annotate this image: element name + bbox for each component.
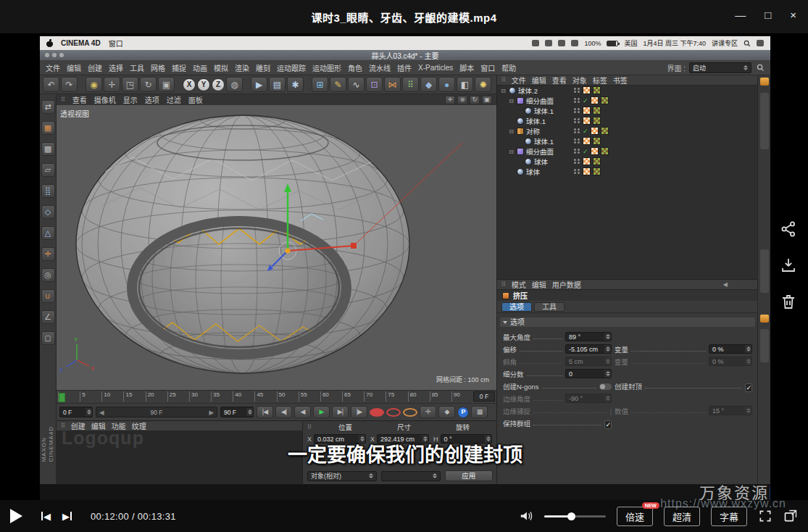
- dock-icon-top[interactable]: [760, 78, 769, 86]
- play-button[interactable]: ▶: [313, 406, 330, 418]
- phong-tag-icon[interactable]: [593, 137, 601, 145]
- menu-item[interactable]: 文件: [46, 62, 60, 73]
- current-frame-box[interactable]: 0 F: [473, 391, 495, 402]
- phong-tag-icon[interactable]: [601, 147, 609, 155]
- texture-tag-icon[interactable]: [591, 96, 599, 104]
- maximize-icon[interactable]: □: [765, 8, 771, 22]
- menu-item[interactable]: 文件: [512, 75, 526, 86]
- pen-tool-icon[interactable]: ✎: [330, 77, 346, 92]
- menu-item[interactable]: 选择: [109, 62, 123, 73]
- menu-item[interactable]: 对象: [572, 75, 587, 86]
- model-mode-icon[interactable]: ▦: [41, 121, 55, 135]
- goto-end-button[interactable]: |▶: [351, 406, 367, 418]
- enabled-check-icon[interactable]: ✓: [583, 128, 588, 135]
- phong-tag-icon[interactable]: [593, 157, 601, 165]
- visibility-dots[interactable]: [574, 128, 580, 133]
- display-icon[interactable]: [532, 40, 539, 46]
- timeline-tick[interactable]: 40: [233, 391, 254, 402]
- trash-icon[interactable]: [780, 293, 797, 310]
- slider-right-arrow-icon[interactable]: ▶: [209, 409, 214, 416]
- checkbox[interactable]: ✓: [745, 383, 752, 392]
- x-axis-tip[interactable]: [351, 243, 357, 249]
- timeline-tick[interactable]: 15: [123, 391, 145, 402]
- options-section-header[interactable]: 选项: [500, 317, 755, 327]
- object-row[interactable]: 球体.1: [497, 106, 758, 116]
- object-name[interactable]: 细分曲面: [526, 146, 554, 157]
- timeline-tick[interactable]: 55: [299, 391, 320, 402]
- timeline-tick[interactable]: 80: [408, 391, 430, 402]
- expander-icon[interactable]: ⊟: [500, 88, 507, 94]
- visibility-dots[interactable]: [574, 149, 580, 154]
- menu-item[interactable]: 流水线: [369, 62, 391, 73]
- input-language[interactable]: 美国: [624, 38, 637, 48]
- volume-knob[interactable]: [567, 512, 575, 520]
- object-name[interactable]: 细分曲面: [526, 96, 554, 106]
- screen-record-icon[interactable]: [545, 40, 552, 46]
- minimize-window-icon[interactable]: [52, 53, 57, 57]
- value-field[interactable]: 0 %: [709, 344, 752, 354]
- timeline-tick[interactable]: 85: [430, 391, 451, 402]
- timeline-tick[interactable]: 70: [364, 391, 386, 402]
- keyframe-selection-button[interactable]: ✛: [420, 406, 436, 418]
- lock-icon[interactable]: [746, 281, 754, 288]
- object-name[interactable]: 对称: [526, 126, 540, 136]
- value-field[interactable]: 0: [565, 369, 612, 378]
- speed-button[interactable]: 倍速 NEW: [617, 507, 653, 526]
- workplane-icon[interactable]: ▱: [41, 163, 55, 177]
- viewport[interactable]: ⠿ 查看 摄像机 显示 选项 过滤 面板 ✛⊕↻▣ 透视视图 网格间距 : 10…: [57, 94, 496, 390]
- motion-clip-button[interactable]: ▦: [471, 406, 488, 418]
- timeline-tick[interactable]: 75: [386, 391, 407, 402]
- macos-app-menu[interactable]: CINEMA 4D: [61, 39, 101, 47]
- value-field[interactable]: -5.105 cm: [565, 344, 612, 354]
- cloner-icon[interactable]: ⠿: [402, 77, 419, 92]
- zoom-window-icon[interactable]: [59, 53, 64, 57]
- frame-range-slider[interactable]: ◀ 90 F ▶: [96, 407, 217, 417]
- dock-tab[interactable]: [760, 93, 769, 149]
- visibility-dots[interactable]: [574, 98, 580, 103]
- wifi-icon[interactable]: [571, 40, 578, 46]
- value-field[interactable]: 0 %: [709, 357, 752, 366]
- checkbox[interactable]: [610, 408, 612, 417]
- search-icon[interactable]: [757, 64, 765, 72]
- texture-tag-icon[interactable]: [583, 117, 591, 125]
- spinner-icon[interactable]: [86, 408, 92, 416]
- rotate-view-icon[interactable]: ↻: [470, 96, 480, 104]
- points-mode-icon[interactable]: ⣿: [41, 184, 55, 198]
- control-center-icon[interactable]: [757, 40, 764, 46]
- texture-tag-icon[interactable]: [583, 86, 591, 94]
- y-axis-lock-icon[interactable]: Y: [197, 78, 210, 91]
- enabled-check-icon[interactable]: ✓: [583, 148, 588, 155]
- menu-item[interactable]: 创建: [88, 62, 102, 73]
- texture-tag-icon[interactable]: [583, 107, 591, 115]
- menu-item[interactable]: 脚本: [459, 62, 474, 73]
- snapping-icon[interactable]: ∪: [41, 289, 55, 303]
- coordinate-system-icon[interactable]: ◍: [226, 77, 243, 92]
- volume-slider[interactable]: [544, 515, 606, 518]
- secondary-dropdown[interactable]: [381, 471, 441, 481]
- bluetooth-icon[interactable]: [558, 40, 565, 46]
- light-icon[interactable]: ✺: [475, 77, 491, 92]
- edges-mode-icon[interactable]: ◇: [41, 205, 55, 219]
- texture-tag-icon[interactable]: [583, 167, 591, 175]
- visibility-dots[interactable]: [574, 118, 580, 123]
- next-frame-button[interactable]: ▶|: [332, 406, 349, 418]
- move-icon[interactable]: ✛: [104, 77, 120, 92]
- gizmo-origin[interactable]: [286, 249, 291, 254]
- phong-tag-icon[interactable]: [593, 117, 601, 125]
- toggle[interactable]: [599, 383, 612, 390]
- menu-item[interactable]: 工具: [130, 62, 144, 73]
- texture-tag-icon[interactable]: [583, 157, 591, 165]
- toggle-view-icon[interactable]: ▣: [482, 96, 492, 104]
- menu-item[interactable]: 运动跟踪: [277, 62, 306, 73]
- menu-item[interactable]: 用户数据: [552, 279, 581, 290]
- tab-tool[interactable]: 工具: [534, 302, 565, 312]
- render-view-icon[interactable]: ▶: [251, 77, 267, 92]
- object-row[interactable]: ⊟细分曲面✓: [497, 96, 758, 106]
- expander-icon[interactable]: ⊟: [508, 98, 515, 104]
- menu-item[interactable]: 运动图形: [312, 62, 341, 73]
- render-picture-viewer-icon[interactable]: ▤: [269, 77, 286, 92]
- grip-icon[interactable]: ⠿: [307, 424, 312, 431]
- make-editable-icon[interactable]: ⇄: [41, 100, 55, 114]
- menu-item[interactable]: 角色: [348, 62, 362, 73]
- record-rotation-button[interactable]: [403, 408, 417, 417]
